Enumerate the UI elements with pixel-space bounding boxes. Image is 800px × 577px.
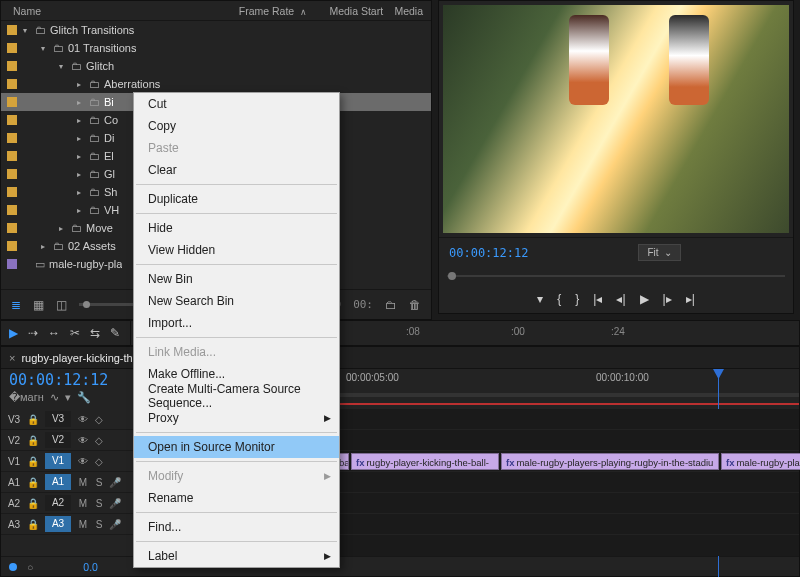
col-name[interactable]: Name bbox=[1, 5, 229, 17]
solo-icon[interactable]: S bbox=[91, 477, 107, 488]
voice-icon[interactable]: 🎤 bbox=[107, 498, 123, 509]
toggle-output-icon[interactable]: 👁 bbox=[75, 456, 91, 467]
src-patch[interactable]: V2 bbox=[1, 435, 27, 446]
mute-icon[interactable]: M bbox=[75, 519, 91, 530]
freeform-view-icon[interactable]: ◫ bbox=[56, 298, 67, 312]
menu-item[interactable]: Create Multi-Camera Source Sequence... bbox=[134, 385, 339, 407]
bin-row[interactable]: ▸🗀Aberrations bbox=[1, 75, 431, 93]
menu-item[interactable]: Hide bbox=[134, 217, 339, 239]
toggle-output-icon[interactable]: 👁 bbox=[75, 414, 91, 425]
lock-icon[interactable]: 🔒 bbox=[27, 456, 41, 467]
menu-item[interactable]: View Hidden bbox=[134, 239, 339, 261]
timeline-clip[interactable]: fxmale-rugby-players-playing-rugby-in-th… bbox=[501, 453, 719, 470]
ripple-tool-icon[interactable]: ↔ bbox=[48, 326, 60, 340]
disclosure-icon[interactable]: ▾ bbox=[41, 44, 49, 53]
menu-item[interactable]: Label▶ bbox=[134, 545, 339, 567]
menu-item[interactable]: New Bin bbox=[134, 268, 339, 290]
menu-item[interactable]: Open in Source Monitor bbox=[134, 436, 339, 458]
disclosure-icon[interactable]: ▸ bbox=[77, 134, 85, 143]
menu-item[interactable]: Duplicate bbox=[134, 188, 339, 210]
disclosure-icon[interactable]: ▸ bbox=[77, 170, 85, 179]
lock-icon[interactable]: 🔒 bbox=[27, 519, 41, 530]
src-patch[interactable]: V3 bbox=[1, 414, 27, 425]
marker-icon[interactable]: ▾ bbox=[537, 292, 543, 306]
track-target[interactable]: V3 bbox=[45, 411, 71, 427]
src-patch[interactable]: A2 bbox=[1, 498, 27, 509]
col-media-start[interactable]: Media Start bbox=[307, 5, 383, 17]
src-patch[interactable]: A1 bbox=[1, 477, 27, 488]
go-to-out-icon[interactable]: ▸| bbox=[686, 292, 695, 306]
step-back-icon[interactable]: ◂| bbox=[616, 292, 625, 306]
lock-icon[interactable]: 🔒 bbox=[27, 435, 41, 446]
in-point-icon[interactable]: { bbox=[557, 292, 561, 306]
disclosure-icon[interactable]: ▾ bbox=[23, 26, 31, 35]
disclosure-icon[interactable]: ▾ bbox=[59, 62, 67, 71]
voice-icon[interactable]: 🎤 bbox=[107, 519, 123, 530]
razor-tool-icon[interactable]: ✂ bbox=[70, 326, 80, 340]
sync-lock-icon[interactable]: ◇ bbox=[91, 456, 107, 467]
disclosure-icon[interactable]: ▸ bbox=[77, 152, 85, 161]
settings-icon[interactable]: 🔧 bbox=[77, 391, 91, 404]
scrub-handle[interactable] bbox=[448, 272, 456, 280]
new-bin-icon[interactable]: 🗀 bbox=[385, 298, 397, 312]
sync-lock-icon[interactable]: ◇ bbox=[91, 435, 107, 446]
icon-view-icon[interactable]: ▦ bbox=[33, 298, 44, 312]
col-media[interactable]: Media bbox=[383, 5, 423, 17]
selection-tool-icon[interactable]: ▶ bbox=[9, 326, 18, 340]
disclosure-icon[interactable]: ▸ bbox=[77, 188, 85, 197]
sequence-tab[interactable]: × rugby-player-kicking-the-ba bbox=[1, 347, 799, 369]
track-target[interactable]: A1 bbox=[45, 474, 71, 490]
source-video-frame[interactable] bbox=[443, 5, 789, 233]
menu-item[interactable]: Copy bbox=[134, 115, 339, 137]
slider-track[interactable] bbox=[79, 303, 139, 306]
sync-lock-icon[interactable]: ○ bbox=[27, 561, 33, 573]
bin-row[interactable]: ▾🗀Glitch bbox=[1, 57, 431, 75]
solo-icon[interactable]: S bbox=[91, 519, 107, 530]
menu-item[interactable]: Cut bbox=[134, 93, 339, 115]
disclosure-icon[interactable]: ▸ bbox=[77, 116, 85, 125]
menu-item[interactable]: Clear bbox=[134, 159, 339, 181]
voice-icon[interactable]: 🎤 bbox=[107, 477, 123, 488]
slip-tool-icon[interactable]: ⇆ bbox=[90, 326, 100, 340]
track-target[interactable]: V2 bbox=[45, 432, 71, 448]
sync-lock-icon[interactable]: ◇ bbox=[91, 414, 107, 425]
disclosure-icon[interactable]: ▸ bbox=[77, 206, 85, 215]
bin-row[interactable]: ▾🗀Glitch Transitions bbox=[1, 21, 431, 39]
src-patch[interactable]: A3 bbox=[1, 519, 27, 530]
disclosure-icon[interactable]: ▸ bbox=[77, 98, 85, 107]
disclosure-icon[interactable]: ▸ bbox=[77, 80, 85, 89]
source-scrub-bar[interactable] bbox=[447, 269, 785, 283]
lock-icon[interactable]: 🔒 bbox=[27, 414, 41, 425]
track-target[interactable]: A2 bbox=[45, 495, 71, 511]
sync-lock-icon[interactable] bbox=[9, 563, 17, 571]
playhead-icon[interactable] bbox=[713, 369, 724, 379]
disclosure-icon[interactable]: ▸ bbox=[41, 242, 49, 251]
solo-icon[interactable]: S bbox=[91, 498, 107, 509]
track-target[interactable]: A3 bbox=[45, 516, 71, 532]
menu-item[interactable]: New Search Bin bbox=[134, 290, 339, 312]
lock-icon[interactable]: 🔒 bbox=[27, 477, 41, 488]
zoom-value[interactable]: 0.0 bbox=[83, 561, 98, 573]
pen-tool-icon[interactable]: ✎ bbox=[110, 326, 120, 340]
track-select-tool-icon[interactable]: ⇢ bbox=[28, 326, 38, 340]
step-fwd-icon[interactable]: |▸ bbox=[663, 292, 672, 306]
timeline-clip[interactable]: fxrugby-player-kicking-the-ball- bbox=[351, 453, 499, 470]
bin-row[interactable]: ▾🗀01 Transitions bbox=[1, 39, 431, 57]
list-view-icon[interactable]: ≣ bbox=[11, 298, 21, 312]
menu-item[interactable]: Import... bbox=[134, 312, 339, 334]
track-target[interactable]: V1 bbox=[45, 453, 71, 469]
menu-item[interactable]: Rename bbox=[134, 487, 339, 509]
toggle-output-icon[interactable]: 👁 bbox=[75, 435, 91, 446]
disclosure-icon[interactable]: ▸ bbox=[59, 224, 67, 233]
mute-icon[interactable]: M bbox=[75, 477, 91, 488]
menu-item[interactable]: Proxy▶ bbox=[134, 407, 339, 429]
linked-sel-icon[interactable]: ∿ bbox=[50, 391, 59, 404]
go-to-in-icon[interactable]: |◂ bbox=[593, 292, 602, 306]
mute-icon[interactable]: M bbox=[75, 498, 91, 509]
tab-close-icon[interactable]: × bbox=[9, 352, 15, 364]
timeline-clip[interactable]: fxmale-rugby-players-playing-rug bbox=[721, 453, 800, 470]
snap-icon[interactable]: �магн bbox=[9, 391, 44, 404]
src-patch[interactable]: V1 bbox=[1, 456, 27, 467]
source-timecode[interactable]: 00:00:12:12 bbox=[449, 246, 528, 260]
play-icon[interactable]: ▶ bbox=[640, 292, 649, 306]
